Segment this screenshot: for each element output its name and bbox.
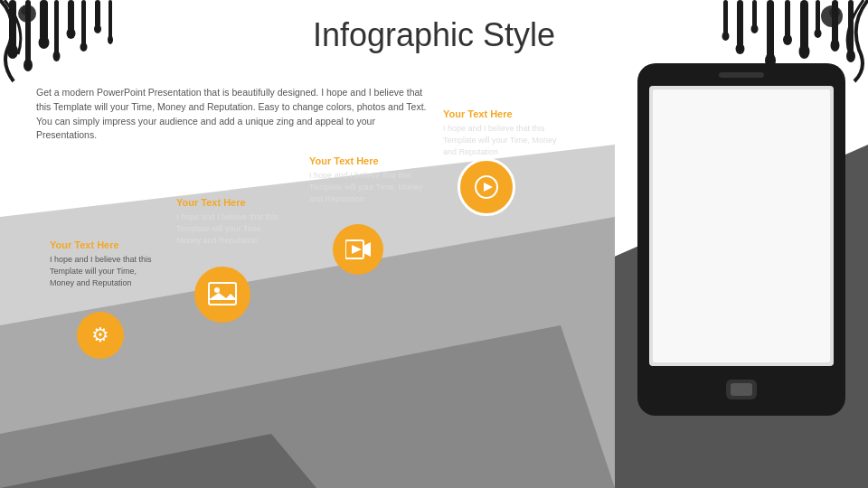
step4-icon-container [458,158,515,216]
step4-heading: Your Text Here [443,108,565,119]
svg-rect-32 [816,0,820,32]
gear-icon: ⚙ [77,312,124,359]
step3-body: I hope and I believe that this Template … [309,170,427,205]
step1-body: I hope and I believe that this Template … [50,254,158,289]
svg-rect-16 [108,0,112,38]
svg-point-29 [783,34,792,45]
image-icon [194,267,250,323]
step3-icon-container [333,224,383,275]
video-icon [333,224,383,275]
play-icon [458,158,515,216]
svg-marker-48 [352,245,362,254]
text-block-4: Your Text Here I hope and I believe that… [443,108,565,158]
text-block-1: Your Text Here I hope and I believe that… [50,239,158,289]
svg-rect-24 [752,0,757,27]
svg-rect-14 [95,0,100,27]
svg-rect-26 [767,0,774,59]
svg-point-31 [799,44,810,59]
step2-icon-container [194,267,250,323]
svg-marker-45 [208,293,237,300]
step2-heading: Your Text Here [176,197,289,208]
svg-rect-12 [81,0,86,45]
svg-marker-47 [363,242,371,257]
svg-rect-8 [54,0,59,54]
svg-point-17 [108,35,113,44]
step1-icon-container: ⚙ [77,312,124,359]
drip-decoration-left [0,0,163,90]
svg-rect-34 [832,0,838,43]
svg-point-35 [831,39,840,52]
svg-point-5 [24,59,33,71]
svg-rect-28 [785,0,790,38]
svg-point-9 [53,51,61,61]
svg-point-21 [722,32,730,41]
tablet-device [633,59,850,420]
step3-heading: Your Text Here [309,155,427,166]
svg-point-7 [39,36,50,49]
svg-rect-43 [209,283,236,305]
svg-rect-56 [731,383,752,396]
step1-heading: Your Text Here [50,239,158,250]
svg-rect-54 [719,72,764,78]
svg-point-11 [67,28,76,39]
svg-marker-50 [484,183,493,192]
svg-rect-4 [25,0,31,63]
svg-point-23 [736,43,745,54]
svg-point-25 [751,24,759,33]
text-block-3: Your Text Here I hope and I believe that… [309,155,427,205]
svg-rect-10 [68,0,74,32]
svg-point-44 [214,287,220,293]
svg-rect-20 [723,0,728,34]
svg-point-13 [80,42,88,52]
svg-rect-6 [40,0,48,41]
step4-body: I hope and I believe that this Template … [443,123,565,158]
step2-body: I hope and I believe that this Template … [176,211,289,247]
svg-rect-30 [800,0,808,50]
svg-point-33 [815,29,822,38]
svg-point-15 [94,24,101,33]
svg-rect-22 [737,0,743,47]
intro-text: Get a modern PowerPoint Presentation tha… [36,86,434,143]
svg-rect-53 [653,89,830,362]
text-block-2: Your Text Here I hope and I believe that… [176,197,289,247]
